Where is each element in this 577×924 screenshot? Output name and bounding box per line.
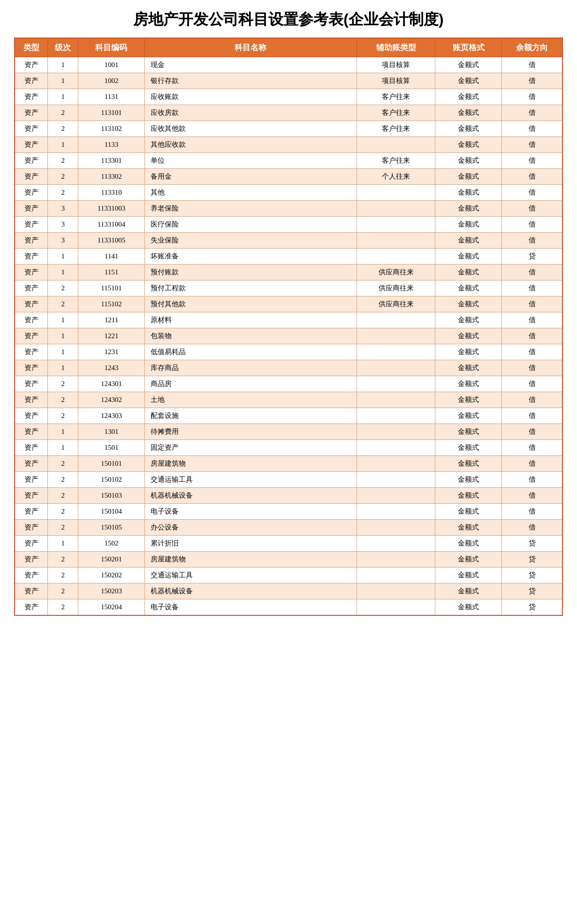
cell-format: 金额式 <box>435 552 502 568</box>
cell-dir: 借 <box>502 280 562 296</box>
cell-dir: 借 <box>502 312 562 328</box>
cell-level: 3 <box>48 217 78 233</box>
cell-dir: 借 <box>502 440 562 456</box>
table-row: 资产2150105办公设备金额式借 <box>15 520 562 536</box>
page-container: 房地产开发公司科目设置参考表(企业会计制度) 类型 级次 科目编码 科目名称 辅… <box>0 0 577 630</box>
cell-format: 金额式 <box>435 488 502 504</box>
cell-format: 金额式 <box>435 89 502 105</box>
cell-name: 配套设施 <box>144 408 357 424</box>
cell-type: 资产 <box>15 296 48 312</box>
cell-type: 资产 <box>15 440 48 456</box>
cell-format: 金额式 <box>435 408 502 424</box>
table-row: 资产2124303配套设施金额式借 <box>15 408 562 424</box>
cell-level: 1 <box>48 137 78 153</box>
cell-name: 预付工程款 <box>144 280 357 296</box>
cell-aux <box>357 328 435 344</box>
cell-level: 2 <box>48 185 78 201</box>
cell-dir: 借 <box>502 153 562 169</box>
cell-type: 资产 <box>15 73 48 89</box>
header-type: 类型 <box>15 38 48 57</box>
cell-level: 1 <box>48 265 78 280</box>
cell-type: 资产 <box>15 536 48 552</box>
cell-level: 1 <box>48 73 78 89</box>
cell-name: 土地 <box>144 392 357 408</box>
table-row: 资产311331005失业保险金额式借 <box>15 233 562 249</box>
cell-name: 房屋建筑物 <box>144 456 357 472</box>
table-row: 资产2124302土地金额式借 <box>15 392 562 408</box>
cell-format: 金额式 <box>435 536 502 552</box>
table-row: 资产11131应收账款客户往来金额式借 <box>15 89 562 105</box>
cell-aux: 个人往来 <box>357 169 435 185</box>
cell-type: 资产 <box>15 169 48 185</box>
cell-name: 低值易耗品 <box>144 344 357 360</box>
table-row: 资产311331004医疗保险金额式借 <box>15 217 562 233</box>
cell-level: 2 <box>48 169 78 185</box>
cell-level: 2 <box>48 520 78 536</box>
cell-format: 金额式 <box>435 73 502 89</box>
cell-format: 金额式 <box>435 472 502 488</box>
cell-code: 1231 <box>78 344 144 360</box>
cell-code: 150203 <box>78 583 144 599</box>
cell-level: 1 <box>48 312 78 328</box>
cell-name: 交通运输工具 <box>144 568 357 583</box>
cell-dir: 借 <box>502 328 562 344</box>
cell-aux <box>357 360 435 376</box>
cell-code: 113310 <box>78 185 144 201</box>
table-row: 资产2113302备用金个人往来金额式借 <box>15 169 562 185</box>
table-row: 资产11151预付账款供应商往来金额式借 <box>15 265 562 280</box>
cell-type: 资产 <box>15 552 48 568</box>
cell-level: 1 <box>48 440 78 456</box>
cell-dir: 借 <box>502 520 562 536</box>
cell-dir: 借 <box>502 89 562 105</box>
cell-aux: 客户往来 <box>357 105 435 121</box>
cell-aux <box>357 552 435 568</box>
cell-code: 1301 <box>78 424 144 440</box>
cell-code: 1001 <box>78 57 144 73</box>
cell-dir: 借 <box>502 265 562 280</box>
cell-code: 150202 <box>78 568 144 583</box>
cell-aux <box>357 408 435 424</box>
table-row: 资产11001现金项目核算金额式借 <box>15 57 562 73</box>
cell-format: 金额式 <box>435 360 502 376</box>
cell-type: 资产 <box>15 583 48 599</box>
cell-aux: 供应商往来 <box>357 280 435 296</box>
cell-dir: 借 <box>502 408 562 424</box>
cell-code: 1221 <box>78 328 144 344</box>
cell-format: 金额式 <box>435 137 502 153</box>
table-row: 资产2115102预付其他款供应商往来金额式借 <box>15 296 562 312</box>
cell-code: 150102 <box>78 472 144 488</box>
cell-format: 金额式 <box>435 153 502 169</box>
cell-format: 金额式 <box>435 249 502 265</box>
cell-type: 资产 <box>15 185 48 201</box>
cell-type: 资产 <box>15 89 48 105</box>
cell-code: 124301 <box>78 376 144 392</box>
cell-level: 1 <box>48 536 78 552</box>
cell-aux <box>357 472 435 488</box>
cell-type: 资产 <box>15 328 48 344</box>
page-title: 房地产开发公司科目设置参考表(企业会计制度) <box>14 9 563 30</box>
cell-level: 2 <box>48 376 78 392</box>
cell-type: 资产 <box>15 472 48 488</box>
cell-aux <box>357 185 435 201</box>
cell-code: 11331005 <box>78 233 144 249</box>
cell-name: 应收其他款 <box>144 121 357 137</box>
cell-name: 预付账款 <box>144 265 357 280</box>
cell-code: 150104 <box>78 504 144 520</box>
cell-type: 资产 <box>15 456 48 472</box>
table-row: 资产2150203机器机械设备金额式贷 <box>15 583 562 599</box>
cell-type: 资产 <box>15 344 48 360</box>
cell-format: 金额式 <box>435 568 502 583</box>
cell-dir: 借 <box>502 137 562 153</box>
cell-name: 累计折旧 <box>144 536 357 552</box>
cell-aux: 项目核算 <box>357 57 435 73</box>
cell-level: 3 <box>48 233 78 249</box>
cell-dir: 借 <box>502 169 562 185</box>
cell-aux: 客户往来 <box>357 121 435 137</box>
cell-aux: 供应商往来 <box>357 265 435 280</box>
cell-level: 1 <box>48 344 78 360</box>
cell-name: 医疗保险 <box>144 217 357 233</box>
cell-code: 1502 <box>78 536 144 552</box>
table-row: 资产2150202交通运输工具金额式贷 <box>15 568 562 583</box>
cell-type: 资产 <box>15 280 48 296</box>
cell-format: 金额式 <box>435 312 502 328</box>
